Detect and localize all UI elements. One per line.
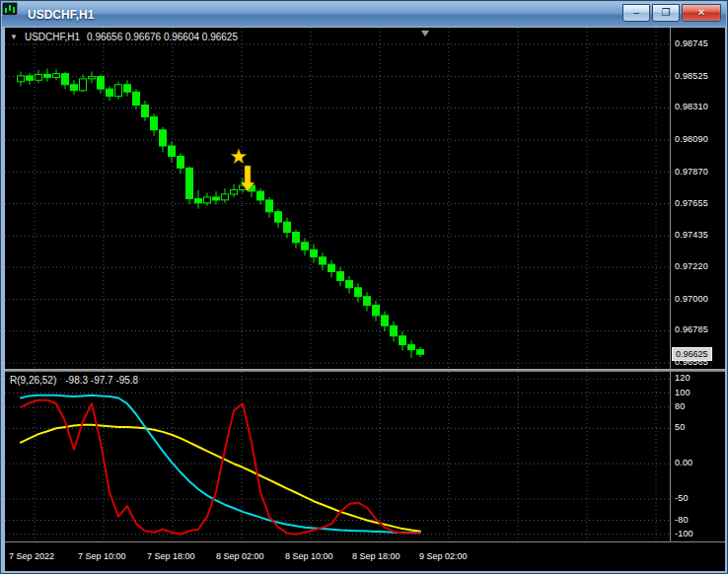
price-chart-canvas bbox=[5, 28, 670, 369]
candles bbox=[18, 69, 424, 358]
current-price-label: 0.96625 bbox=[672, 347, 712, 361]
time-axis-label: 8 Sep 10:00 bbox=[285, 551, 333, 561]
time-axis-label: 7 Sep 10:00 bbox=[78, 551, 126, 561]
price-grid bbox=[5, 28, 670, 369]
indicator-line-fast bbox=[21, 400, 420, 535]
time-axis[interactable]: 7 Sep 20227 Sep 10:007 Sep 18:008 Sep 02… bbox=[5, 542, 725, 571]
window-controls: – ❐ ✕ bbox=[622, 4, 721, 22]
indicator-axis-label: 80 bbox=[675, 401, 685, 412]
indicator-line-slow bbox=[21, 425, 420, 532]
price-axis[interactable]: 0.987450.985250.983100.980900.978700.976… bbox=[670, 28, 725, 541]
time-axis-label: 9 Sep 02:00 bbox=[419, 551, 468, 561]
trade-annotations bbox=[231, 149, 255, 191]
price-axis-label: 0.98090 bbox=[675, 134, 708, 145]
chart-ohlc-values: 0.96656 0.96676 0.96604 0.96625 bbox=[87, 32, 238, 42]
quote-collapse-icon[interactable]: ▼ bbox=[10, 33, 18, 41]
titlebar[interactable]: USDCHF,H1 – ❐ ✕ bbox=[2, 2, 726, 27]
chart-window-icon bbox=[7, 8, 23, 22]
price-axis-label: 0.96785 bbox=[675, 324, 708, 335]
quote-header: ▼ USDCHF,H1 0.96656 0.96676 0.96604 0.96… bbox=[10, 32, 238, 42]
close-button[interactable]: ✕ bbox=[682, 4, 721, 22]
price-axis-label: 0.98525 bbox=[675, 71, 708, 82]
chart-client-area: ▼ USDCHF,H1 0.96656 0.96676 0.96604 0.96… bbox=[5, 28, 725, 571]
indicator-pane[interactable]: R(9,26,52) -98.3 -97.7 -95.8 bbox=[5, 372, 670, 541]
time-axis-label: 7 Sep 2022 bbox=[9, 551, 54, 561]
price-chart-pane[interactable]: ▼ USDCHF,H1 0.96656 0.96676 0.96604 0.96… bbox=[5, 28, 670, 369]
price-axis-label: 0.97000 bbox=[675, 294, 708, 305]
indicator-axis-label: 120 bbox=[675, 373, 691, 384]
indicator-axis-label: -100 bbox=[675, 529, 693, 539]
star-icon bbox=[231, 149, 246, 164]
indicator-values: -98.3 -97.7 -95.8 bbox=[65, 375, 138, 386]
price-axis-label: 0.97655 bbox=[675, 198, 708, 209]
restore-button[interactable]: ❐ bbox=[652, 4, 680, 22]
indicator-axis-label: 0.00 bbox=[675, 458, 692, 468]
price-axis-label: 0.97220 bbox=[675, 261, 708, 272]
pane-separator-handle[interactable] bbox=[5, 369, 725, 372]
time-axis-label: 8 Sep 02:00 bbox=[216, 551, 264, 561]
chart-shift-marker-icon[interactable] bbox=[421, 31, 429, 36]
indicator-canvas bbox=[5, 372, 670, 541]
chart-symbol-label: USDCHF,H1 bbox=[25, 32, 80, 42]
indicator-axis-label: -80 bbox=[675, 515, 689, 526]
price-axis-label: 0.97870 bbox=[675, 167, 708, 178]
price-axis-label: 0.97435 bbox=[675, 230, 708, 241]
chart-window: USDCHF,H1 – ❐ ✕ ▼ USDCHF,H1 0.96656 0.96… bbox=[0, 0, 728, 574]
indicator-header: R(9,26,52) -98.3 -97.7 -95.8 bbox=[10, 375, 138, 386]
indicator-axis-label: 100 bbox=[675, 388, 691, 398]
indicator-axis-label: -50 bbox=[675, 493, 689, 504]
window-title: USDCHF,H1 bbox=[28, 8, 94, 22]
indicator-axis-label: 50 bbox=[675, 422, 685, 433]
indicator-name: R(9,26,52) bbox=[10, 375, 56, 386]
price-axis-label: 0.98745 bbox=[675, 38, 708, 49]
time-axis-label: 7 Sep 18:00 bbox=[147, 551, 195, 561]
time-axis-label: 8 Sep 18:00 bbox=[352, 551, 400, 561]
minimize-button[interactable]: – bbox=[622, 4, 650, 22]
price-axis-label: 0.98310 bbox=[675, 102, 708, 112]
